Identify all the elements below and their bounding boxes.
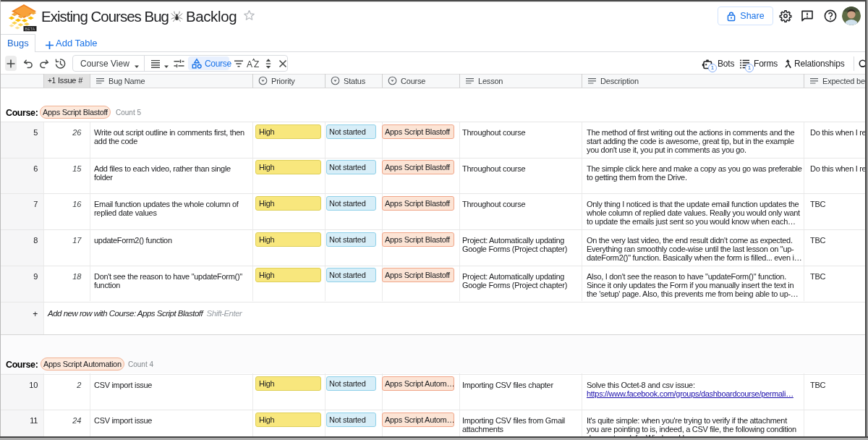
svg-text:Z: Z xyxy=(254,59,259,69)
svg-text:BETA: BETA xyxy=(25,27,35,31)
svg-text:A: A xyxy=(247,59,252,69)
